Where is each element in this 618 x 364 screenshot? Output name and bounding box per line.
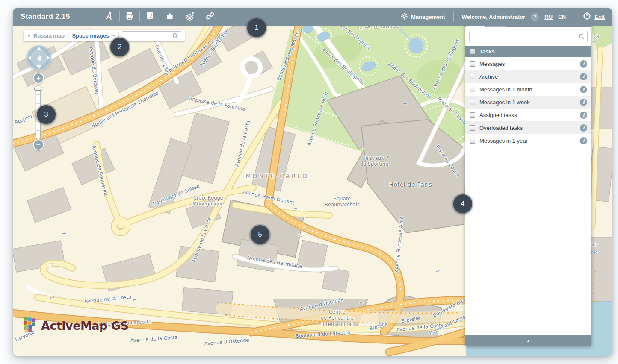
print-button[interactable]: [121, 10, 139, 23]
info-icon[interactable]: i: [580, 137, 587, 144]
task-label: Archive: [479, 73, 576, 80]
task-row[interactable]: Archivei: [465, 70, 591, 83]
sidebar-collapse-button[interactable]: ▲: [465, 335, 591, 346]
layers-plus-icon: [185, 11, 195, 23]
task-label: Overloaded tasks: [479, 125, 576, 131]
task-row[interactable]: Messages in 1 monthi: [465, 83, 591, 96]
permalink-button[interactable]: [201, 10, 219, 23]
info-icon[interactable]: i: [580, 124, 587, 132]
lang-ru-link[interactable]: RU: [544, 14, 553, 20]
task-label: Assigned tasks: [479, 112, 576, 118]
task-list: MessagesiArchiveiMessages in 1 monthiMes…: [465, 57, 591, 147]
tasks-group-header[interactable]: Tasks: [465, 46, 591, 57]
app-window: Standard 2.15 i: [13, 8, 612, 356]
task-row[interactable]: Messages in 1 weeki: [465, 96, 591, 109]
zoom-out-button[interactable]: −: [33, 139, 44, 150]
app-title: Standard 2.15: [21, 12, 70, 21]
layerbar-divider: [118, 32, 119, 40]
toolbar-right: Management Welcome, Administrator ? RU E…: [400, 11, 605, 22]
toolbar-separator: [139, 11, 140, 22]
task-row[interactable]: Assigned tasksi: [465, 109, 591, 121]
toolbar-separator: [453, 11, 454, 22]
info-icon[interactable]: i: [580, 99, 587, 106]
group-checkbox[interactable]: [470, 49, 475, 54]
collapse-up-icon: ▲: [527, 339, 530, 343]
gear-icon: [400, 12, 408, 21]
task-checkbox[interactable]: [470, 138, 475, 144]
toolbar-separator: [574, 11, 574, 22]
management-label: Management: [411, 14, 445, 20]
zoom-slider[interactable]: [36, 85, 41, 139]
zoom-slider-handle[interactable]: [34, 87, 42, 91]
management-button[interactable]: Management: [400, 12, 445, 21]
sidebar-search-input[interactable]: [469, 31, 588, 42]
printer-icon: [125, 11, 134, 22]
link-icon: [205, 11, 215, 22]
compass-measure-icon: [105, 11, 114, 22]
task-label: Messages in 1 year: [479, 138, 576, 144]
task-label: Messages in 1 week: [479, 99, 576, 106]
lang-en-link[interactable]: EN: [558, 14, 566, 20]
toolbar-separator: [180, 11, 180, 22]
base-layer-option[interactable]: Russia map: [33, 32, 65, 39]
help-book-button[interactable]: i: [141, 10, 159, 23]
search-icon[interactable]: [172, 32, 179, 39]
task-checkbox[interactable]: [470, 125, 475, 131]
help-button[interactable]: ?: [531, 13, 539, 21]
toolbar-separator: [119, 11, 120, 22]
mosaic-logo-icon: [22, 316, 38, 335]
exit-label: Exit: [594, 14, 605, 20]
bar-chart-icon: [165, 11, 174, 22]
pan-down-icon[interactable]: [36, 65, 41, 68]
top-toolbar: Standard 2.15 i: [13, 8, 612, 26]
task-checkbox[interactable]: [470, 112, 475, 118]
layer-selector-bar: Russia map | Space images: [24, 30, 185, 41]
pan-right-icon[interactable]: [47, 55, 50, 60]
task-checkbox[interactable]: [470, 87, 475, 92]
toolbar-tools: i: [101, 10, 219, 23]
statistics-button[interactable]: [161, 10, 179, 23]
task-checkbox[interactable]: [470, 100, 475, 105]
welcome-text: Welcome, Administrator: [462, 14, 526, 20]
task-checkbox[interactable]: [470, 61, 475, 67]
zoom-in-button[interactable]: +: [33, 73, 44, 84]
sidebar-search: [469, 31, 588, 42]
toolbar-separator: [200, 11, 200, 22]
power-icon: [583, 12, 591, 22]
search-icon[interactable]: [578, 33, 585, 40]
task-row[interactable]: Overloaded tasksi: [465, 121, 591, 134]
info-book-icon: i: [145, 11, 154, 22]
logo-text: ActiveMap GS: [41, 319, 128, 332]
task-checkbox[interactable]: [470, 74, 475, 79]
tasks-sidebar: ? Tasks MessagesiArchiveiMessages in 1 m…: [465, 14, 591, 346]
layerbar-separator: |: [68, 32, 69, 39]
chevron-down-icon[interactable]: [112, 35, 115, 37]
active-layer-option[interactable]: Space images: [72, 32, 109, 39]
activemap-logo: ActiveMap GS: [22, 316, 128, 335]
info-icon[interactable]: i: [580, 73, 587, 80]
group-label: Tasks: [479, 48, 495, 55]
toolbar-separator: [160, 11, 160, 22]
pan-control[interactable]: [27, 45, 51, 70]
add-layer-button[interactable]: [181, 10, 199, 23]
exit-button[interactable]: Exit: [583, 12, 605, 22]
info-icon[interactable]: i: [580, 60, 587, 68]
task-label: Messages in 1 month: [479, 86, 576, 93]
task-row[interactable]: Messages in 1 yeari: [465, 134, 591, 147]
task-row[interactable]: Messagesi: [465, 57, 591, 70]
measure-tool-button[interactable]: [101, 10, 118, 23]
info-icon[interactable]: i: [580, 86, 587, 93]
hand-icon: [31, 50, 47, 66]
chevron-down-icon[interactable]: [27, 35, 30, 37]
info-icon[interactable]: i: [580, 112, 587, 119]
task-label: Messages: [479, 61, 576, 67]
